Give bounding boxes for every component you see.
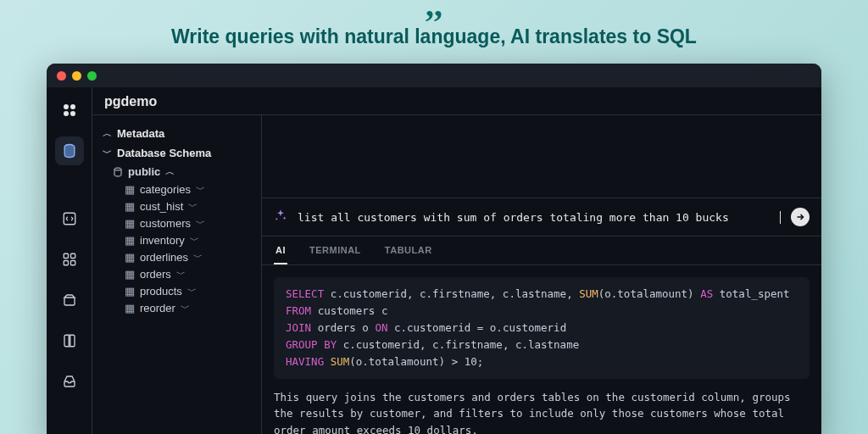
table-icon: ▦ bbox=[125, 200, 135, 213]
svg-rect-6 bbox=[70, 253, 75, 258]
table-item[interactable]: ▦inventory﹀ bbox=[125, 231, 254, 248]
table-item[interactable]: ▦products﹀ bbox=[125, 282, 254, 299]
tab-ai[interactable]: AI bbox=[274, 236, 287, 264]
table-name: categories bbox=[140, 183, 191, 196]
editor-area: list all customers with sum of orders to… bbox=[262, 115, 821, 434]
database-connection-icon[interactable] bbox=[55, 136, 84, 165]
sql-arg: (o.totalamount) > bbox=[349, 355, 464, 368]
app-logo-icon[interactable] bbox=[55, 96, 84, 125]
titlebar bbox=[47, 64, 821, 87]
svg-rect-5 bbox=[64, 253, 68, 258]
table-icon: ▦ bbox=[125, 183, 135, 196]
sql-condition: c.customerid = o.customerid bbox=[387, 321, 566, 334]
ai-prompt-row: list all customers with sum of orders to… bbox=[262, 198, 821, 236]
svg-point-2 bbox=[64, 111, 69, 116]
tab-terminal[interactable]: TERMINAL bbox=[308, 236, 363, 264]
sql-semicolon: ; bbox=[477, 355, 484, 368]
arrow-right-icon bbox=[795, 212, 805, 222]
connection-title: pgdemo bbox=[104, 94, 157, 109]
chevron-down-icon: ﹀ bbox=[103, 147, 112, 159]
sql-space bbox=[324, 355, 331, 368]
table-item[interactable]: ▦customers﹀ bbox=[125, 214, 254, 231]
table-icon: ▦ bbox=[125, 285, 135, 298]
docs-icon[interactable] bbox=[55, 326, 84, 355]
quote-decoration-icon: ,, bbox=[426, 0, 442, 10]
table-item[interactable]: ▦orderlines﹀ bbox=[125, 248, 254, 265]
sql-code-block[interactable]: SELECT c.customerid, c.firstname, c.last… bbox=[274, 277, 810, 379]
sql-keyword: AS bbox=[700, 287, 713, 300]
sql-keyword: HAVING bbox=[286, 355, 324, 368]
close-window-icon[interactable] bbox=[57, 71, 66, 81]
result-tabs: AI TERMINAL TABULAR bbox=[262, 236, 821, 265]
table-name: products bbox=[140, 285, 182, 298]
sql-arg: (o.totalamount) bbox=[598, 287, 700, 300]
chevron-down-icon: ﹀ bbox=[190, 234, 199, 247]
table-item[interactable]: ▦categories﹀ bbox=[125, 181, 254, 198]
chevron-down-icon: ﹀ bbox=[181, 302, 190, 314]
table-icon: ▦ bbox=[125, 251, 135, 264]
sparkle-icon bbox=[274, 209, 287, 225]
sql-function: SUM bbox=[579, 287, 598, 300]
maximize-window-icon[interactable] bbox=[87, 71, 97, 81]
editor-empty-space bbox=[262, 115, 821, 198]
table-name: cust_hist bbox=[140, 200, 183, 213]
sql-function: SUM bbox=[331, 355, 350, 368]
schema-node-public[interactable]: public ︿ bbox=[99, 163, 254, 181]
table-list: ▦categories﹀ ▦cust_hist﹀ ▦customers﹀ ▦in… bbox=[99, 181, 254, 316]
chevron-up-icon: ︿ bbox=[165, 165, 175, 178]
table-icon: ▦ bbox=[125, 217, 135, 230]
dashboard-icon[interactable] bbox=[55, 245, 84, 274]
result-pane: SELECT c.customerid, c.firstname, c.last… bbox=[262, 265, 821, 434]
breadcrumb-row: pgdemo bbox=[92, 87, 821, 115]
schema-section[interactable]: ﹀ Database Schema bbox=[99, 143, 254, 163]
svg-rect-4 bbox=[64, 213, 75, 225]
table-name: inventory bbox=[140, 234, 185, 247]
table-name: reorder bbox=[140, 302, 175, 314]
table-name: customers bbox=[140, 217, 191, 230]
table-item[interactable]: ▦cust_hist﹀ bbox=[125, 198, 254, 214]
sql-keyword: ON bbox=[375, 321, 387, 334]
table-icon: ▦ bbox=[125, 268, 135, 281]
query-editor-icon[interactable] bbox=[55, 204, 84, 233]
chevron-down-icon: ﹀ bbox=[188, 200, 198, 213]
table-name: orderlines bbox=[140, 251, 188, 264]
minimize-window-icon[interactable] bbox=[72, 71, 81, 81]
svg-point-9 bbox=[114, 168, 121, 170]
sql-keyword: JOIN bbox=[286, 321, 311, 334]
sql-table: orders o bbox=[311, 321, 375, 334]
activity-bar bbox=[47, 87, 92, 434]
sql-alias: total_spent bbox=[713, 287, 789, 300]
app-window: pgdemo ︿ Metadata ﹀ Database Schema publ… bbox=[47, 64, 821, 434]
inbox-icon[interactable] bbox=[55, 367, 84, 396]
run-button[interactable] bbox=[791, 208, 810, 226]
svg-point-3 bbox=[70, 111, 75, 116]
ai-explanation: This query joins the customers and order… bbox=[274, 389, 810, 434]
metadata-section[interactable]: ︿ Metadata bbox=[99, 124, 254, 143]
chevron-down-icon: ﹀ bbox=[176, 268, 186, 281]
table-item[interactable]: ▦reorder﹀ bbox=[125, 299, 254, 316]
chevron-up-icon: ︿ bbox=[103, 127, 112, 140]
svg-rect-8 bbox=[70, 261, 75, 265]
sql-columns: c.customerid, c.firstname, c.lastname, bbox=[324, 287, 579, 300]
tab-tabular[interactable]: TABULAR bbox=[383, 236, 434, 264]
svg-rect-7 bbox=[64, 261, 68, 265]
table-item[interactable]: ▦orders﹀ bbox=[125, 265, 254, 282]
storage-icon[interactable] bbox=[55, 286, 84, 314]
svg-point-1 bbox=[70, 104, 75, 109]
table-icon: ▦ bbox=[125, 302, 135, 314]
chevron-down-icon: ﹀ bbox=[187, 285, 197, 298]
sql-columns: c.customerid, c.firstname, c.lastname bbox=[337, 338, 579, 351]
metadata-label: Metadata bbox=[117, 127, 164, 140]
schema-name: public bbox=[128, 165, 160, 178]
sql-keyword: FROM bbox=[286, 304, 311, 317]
chevron-down-icon: ﹀ bbox=[196, 183, 205, 196]
chevron-down-icon: ﹀ bbox=[193, 251, 203, 264]
table-name: orders bbox=[140, 268, 171, 281]
sql-table: customers c bbox=[311, 304, 387, 317]
sql-keyword: GROUP BY bbox=[286, 338, 337, 351]
sql-number: 10 bbox=[465, 355, 477, 368]
sql-keyword: SELECT bbox=[286, 287, 324, 300]
ai-prompt-input[interactable]: list all customers with sum of orders to… bbox=[298, 211, 781, 224]
chevron-down-icon: ﹀ bbox=[196, 217, 205, 230]
database-icon bbox=[113, 167, 123, 177]
